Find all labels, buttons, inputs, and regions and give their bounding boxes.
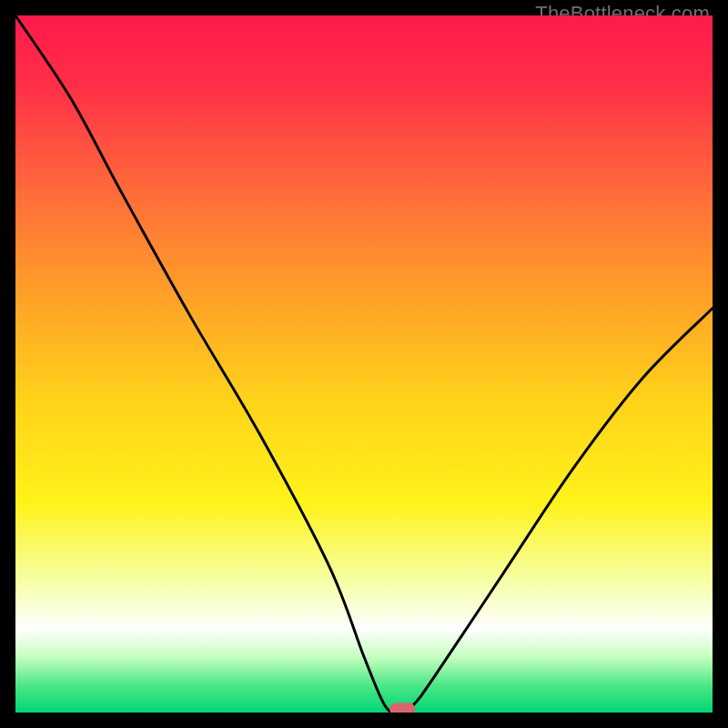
optimal-marker [389,703,415,713]
chart-frame [15,15,713,713]
gradient-background [15,15,713,713]
bottleneck-chart [15,15,713,713]
